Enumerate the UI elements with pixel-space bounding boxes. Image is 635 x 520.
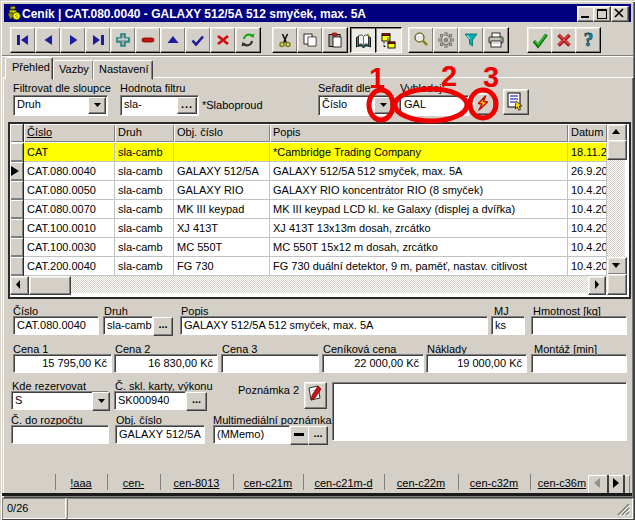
svg-text:?: ?	[584, 31, 594, 49]
